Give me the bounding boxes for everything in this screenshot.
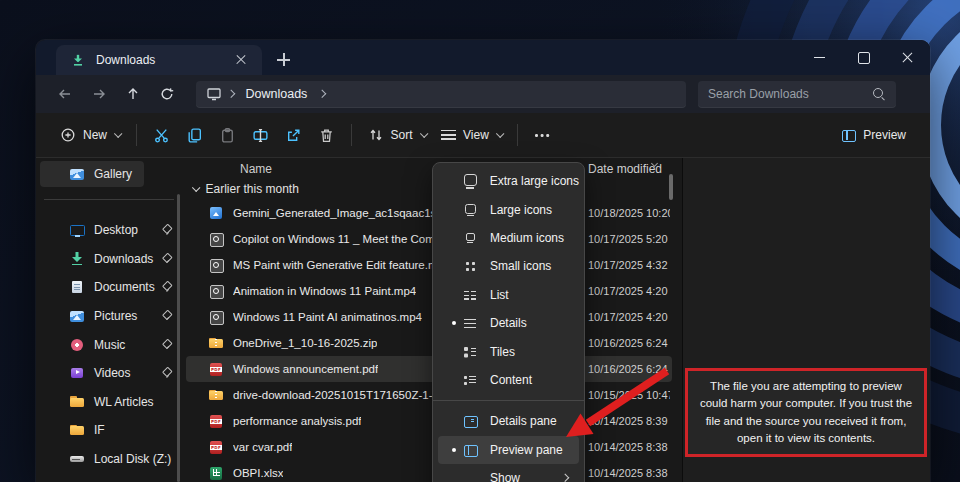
- search-box[interactable]: [698, 81, 896, 108]
- sidebar-item-icon: [69, 422, 85, 438]
- cut-button[interactable]: [145, 119, 178, 151]
- refresh-button[interactable]: [150, 80, 184, 108]
- breadcrumb[interactable]: Downloads: [196, 81, 686, 108]
- chevron-down-icon: [192, 184, 200, 192]
- copy-icon: [186, 127, 203, 144]
- menu-item-label: List: [490, 288, 509, 302]
- rename-button[interactable]: [244, 119, 277, 151]
- table-row[interactable]: MS Paint with Generative Edit feature.mp…: [186, 252, 672, 278]
- search-input[interactable]: [708, 87, 872, 101]
- table-row[interactable]: OBPI.xlsx 10/14/2025 8:38: [186, 460, 672, 482]
- sidebar-item[interactable]: Documents: [36, 273, 182, 302]
- sidebar-item[interactable]: Pictures: [36, 302, 182, 331]
- table-row[interactable]: performance analysis.pdf 10/14/2025 8:39: [186, 408, 672, 434]
- new-button[interactable]: New: [52, 119, 128, 151]
- sidebar-item-icon: [69, 308, 85, 324]
- sort-button[interactable]: Sort: [360, 119, 434, 151]
- menu-item-label: Small icons: [490, 259, 551, 273]
- menu-item[interactable]: Extra large icons: [438, 167, 579, 195]
- sidebar-item-label: Videos: [94, 366, 130, 380]
- sidebar-item[interactable]: Desktop: [36, 216, 182, 245]
- back-icon: [57, 86, 73, 102]
- file-name: var cvar.pdf: [233, 441, 292, 453]
- menu-item[interactable]: Details: [438, 309, 579, 337]
- menu-item[interactable]: Small icons: [438, 252, 579, 280]
- sidebar-item[interactable]: Videos: [36, 359, 182, 388]
- tab-downloads[interactable]: Downloads: [56, 45, 262, 75]
- more-icon: [534, 127, 550, 143]
- delete-button[interactable]: [310, 119, 343, 151]
- menu-item[interactable]: List: [438, 281, 579, 309]
- file-date: 10/15/2025 10:47: [588, 382, 670, 408]
- maximize-button[interactable]: [842, 40, 886, 75]
- sidebar-item[interactable]: WL Articles: [36, 388, 182, 417]
- sidebar-item-icon: [69, 451, 85, 467]
- breadcrumb-item-downloads[interactable]: Downloads: [246, 87, 308, 101]
- forward-button[interactable]: [82, 80, 116, 108]
- toolbar: New Sort: [36, 113, 930, 158]
- pin-icon: [162, 225, 172, 235]
- sidebar-item-icon: [69, 337, 85, 353]
- sidebar-item[interactable]: Downloads: [36, 245, 182, 274]
- menu-item[interactable]: Tiles: [438, 337, 579, 365]
- minimize-button[interactable]: [798, 40, 842, 75]
- file-date: 10/18/2025 10:20: [588, 200, 670, 226]
- sidebar-item[interactable]: IF: [36, 416, 182, 445]
- menu-item-label: Preview pane: [490, 443, 563, 457]
- new-button-label: New: [83, 128, 107, 142]
- menu-item[interactable]: Details pane: [438, 407, 579, 435]
- tab-bar: Downloads: [36, 40, 930, 75]
- share-button[interactable]: [277, 119, 310, 151]
- nav-bar: Downloads: [36, 75, 930, 113]
- file-name: drive-download-20251015T171650Z-1-001: [233, 389, 452, 401]
- menu-item[interactable]: Large icons: [438, 195, 579, 223]
- sidebar-item-label: Pictures: [94, 309, 137, 323]
- sidebar-item-icon: [69, 394, 85, 410]
- back-button[interactable]: [48, 80, 82, 108]
- menu-item[interactable]: Medium icons: [438, 224, 579, 252]
- file-type-icon: [208, 387, 224, 403]
- file-date: 10/14/2025 8:38: [588, 460, 670, 482]
- delete-icon: [318, 127, 335, 144]
- view-button[interactable]: View: [433, 119, 509, 151]
- sidebar-item-label: Documents: [94, 280, 155, 294]
- column-header-name[interactable]: Name: [240, 162, 272, 176]
- menu-item-label: Details: [490, 316, 527, 330]
- table-row[interactable]: OneDrive_1_10-16-2025.zip 10/16/2025 6:2…: [186, 330, 672, 356]
- menu-item[interactable]: Preview pane: [438, 436, 579, 464]
- copy-button[interactable]: [178, 119, 211, 151]
- table-row[interactable]: Copilot on Windows 11 _ Meet the Compu 1…: [186, 226, 672, 252]
- sidebar-item-label: Desktop: [94, 223, 138, 237]
- sidebar-scrollbar[interactable]: [177, 194, 180, 482]
- sidebar-item-label: WL Articles: [94, 395, 154, 409]
- file-date: 10/16/2025 6:24: [588, 356, 670, 382]
- table-row[interactable]: Animation in Windows 11 Paint.mp4 10/17/…: [186, 278, 672, 304]
- sidebar-item[interactable]: Local Disk (Z:): [36, 445, 182, 474]
- file-type-icon: [208, 361, 224, 377]
- toolbar-separator: [517, 124, 518, 146]
- close-button[interactable]: [886, 40, 930, 75]
- list-scrollbar[interactable]: [669, 174, 673, 200]
- table-row[interactable]: Windows announcement.pdf 10/16/2025 6:24: [186, 356, 672, 382]
- table-row[interactable]: Windows 11 Paint AI animatinos.mp4 10/17…: [186, 304, 672, 330]
- paste-button[interactable]: [211, 119, 244, 151]
- table-row[interactable]: Gemini_Generated_Image_ac1sqaac1sqaac 10…: [186, 200, 672, 226]
- up-button[interactable]: [116, 80, 150, 108]
- table-row[interactable]: drive-download-20251015T171650Z-1-001 10…: [186, 382, 672, 408]
- menu-item[interactable]: Show: [438, 464, 579, 482]
- chevron-down-icon: [114, 130, 122, 138]
- menu-item-label: Extra large icons: [490, 174, 579, 188]
- more-button[interactable]: [526, 119, 558, 151]
- cut-icon: [153, 127, 170, 144]
- new-tab-button[interactable]: [274, 50, 294, 70]
- group-header[interactable]: Earlier this month: [192, 182, 299, 196]
- this-pc-icon[interactable]: [206, 86, 222, 102]
- table-row[interactable]: var cvar.pdf 10/14/2025 8:38: [186, 434, 672, 460]
- preview-toggle-button[interactable]: Preview: [832, 119, 914, 151]
- sidebar-item[interactable]: WL: [36, 473, 182, 482]
- sidebar-item-gallery[interactable]: Gallery: [40, 161, 144, 187]
- menu-item[interactable]: Content: [438, 366, 579, 394]
- sidebar-item-label: Music: [94, 338, 125, 352]
- tab-close-icon[interactable]: [230, 49, 252, 71]
- sidebar-item[interactable]: Music: [36, 330, 182, 359]
